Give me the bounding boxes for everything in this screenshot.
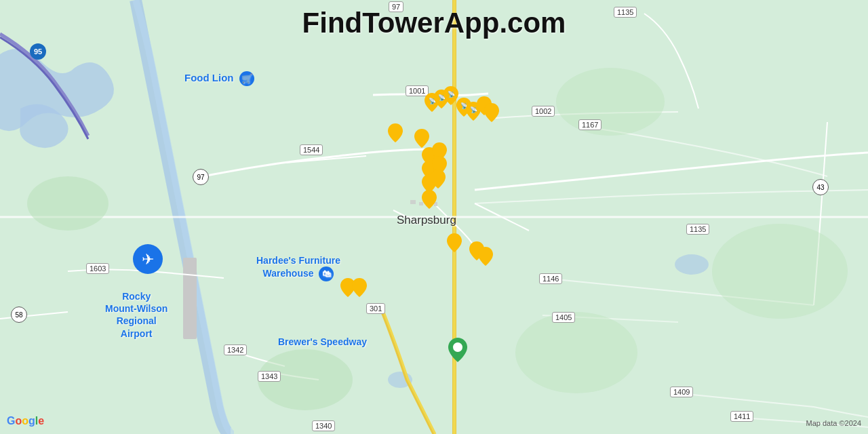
road-badge-1135a: 1135 [614, 7, 637, 18]
svg-point-8 [556, 68, 665, 136]
google-letter-e: e [38, 415, 44, 427]
road-badge-i95: 95 [30, 43, 46, 60]
road-badge-1343: 1343 [258, 371, 281, 382]
svg-point-1 [675, 254, 709, 275]
place-label-hardees: Hardee's FurnitureWarehouse 🛍 [256, 254, 340, 281]
tower-marker-17 [447, 233, 462, 252]
svg-text:✈: ✈ [142, 251, 154, 268]
road-badge-1405: 1405 [552, 312, 575, 323]
tower-marker-16 [422, 190, 437, 209]
speedway-marker [448, 338, 467, 365]
food-lion-cart-icon: 🛒 [239, 71, 254, 86]
tower-marker-21 [352, 278, 367, 297]
google-letter-o1: o [15, 415, 22, 427]
svg-rect-12 [410, 200, 416, 204]
airport-marker: ✈ [133, 244, 163, 277]
tower-marker-9 [414, 129, 429, 148]
place-label-brewers: Brewer's Speedway [278, 336, 367, 347]
tower-marker-19 [478, 247, 493, 266]
road-badge-97a: 97 [193, 169, 209, 185]
road-badge-1340: 1340 [312, 420, 335, 431]
svg-point-9 [712, 224, 848, 319]
hardees-bag-icon: 🛍 [319, 267, 334, 281]
road-badge-43: 43 [812, 179, 829, 195]
road-badge-1409: 1409 [670, 387, 693, 397]
tower-marker-8 [388, 123, 403, 142]
road-badge-1002: 1002 [532, 106, 555, 117]
tower-marker-15 [431, 170, 446, 189]
google-letter-g2: g [28, 415, 35, 427]
road-badge-1342: 1342 [224, 344, 247, 355]
google-letter-o2: o [22, 415, 28, 427]
svg-point-11 [515, 312, 637, 393]
svg-point-7 [27, 176, 108, 231]
road-badge-1544: 1544 [300, 144, 323, 155]
map-data-text: Map data ©2024 [806, 419, 862, 427]
place-label-food-lion: Food Lion 🛒 [184, 71, 254, 86]
tower-marker-7 [484, 103, 499, 122]
svg-text:📡: 📡 [448, 90, 456, 98]
svg-rect-3 [183, 258, 197, 339]
road-badge-1411: 1411 [730, 411, 753, 422]
site-title: FindTowerApp.com [302, 7, 566, 39]
city-label-sharpsburg: Sharpsburg [397, 214, 456, 227]
road-badge-301: 301 [366, 303, 385, 314]
place-label-airport: RockyMount-WilsonRegionalAirport [105, 290, 167, 340]
google-logo: Google [7, 415, 44, 427]
google-letter-g: G [7, 415, 15, 427]
road-badge-1167: 1167 [578, 119, 601, 130]
svg-point-18 [453, 342, 462, 352]
road-badge-1146: 1146 [539, 273, 562, 284]
road-badge-58: 58 [11, 307, 27, 323]
map-container: FindTowerApp.com Sharpsburg Food Lion 🛒 … [0, 0, 868, 434]
road-badge-1603: 1603 [86, 263, 109, 274]
road-badge-1135b: 1135 [686, 224, 709, 235]
